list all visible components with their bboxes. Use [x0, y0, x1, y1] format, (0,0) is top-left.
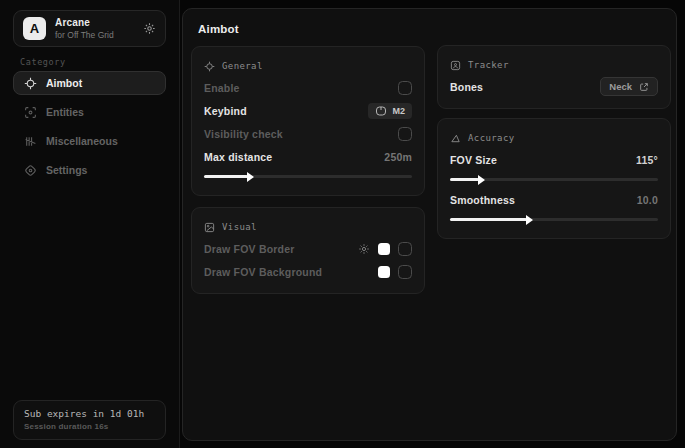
mouse-icon: [375, 106, 387, 116]
left-column: General Enable Keybind M2 Visib: [191, 46, 425, 294]
expand-icon: [639, 82, 649, 92]
panel-title: Visual: [222, 222, 257, 232]
visibility-check-checkbox[interactable]: [398, 127, 412, 141]
accuracy-panel-header: Accuracy: [450, 128, 658, 148]
fov-background-color-swatch[interactable]: [378, 266, 390, 278]
category-label: Category: [20, 57, 66, 67]
angle-triangle-icon: [450, 133, 461, 144]
sidebar: A Arcane for Off The Grid Category Aimbo…: [0, 0, 180, 448]
sidebar-item-entities[interactable]: Entities: [13, 100, 166, 124]
smoothness-label: Smoothness: [450, 194, 515, 206]
draw-fov-background-checkbox[interactable]: [398, 265, 412, 279]
visual-panel-header: Visual: [204, 217, 412, 237]
scan-eye-icon: [24, 106, 37, 119]
visibility-check-label: Visibility check: [204, 128, 283, 140]
sidebar-item-label: Entities: [46, 106, 84, 118]
smoothness-slider[interactable]: [450, 218, 658, 221]
draw-fov-border-label: Draw FOV Border: [204, 243, 295, 255]
gear-icon[interactable]: [143, 22, 156, 35]
enable-label: Enable: [204, 82, 240, 94]
session-duration-text: Session duration 16s: [24, 422, 155, 431]
sidebar-item-label: Settings: [46, 164, 87, 176]
draw-fov-background-row: Draw FOV Background: [204, 260, 412, 283]
right-column: Tracker Bones Neck: [437, 45, 671, 239]
enable-row: Enable: [204, 76, 412, 99]
visibility-check-row: Visibility check: [204, 122, 412, 145]
slider-fill: [450, 218, 527, 221]
draw-fov-border-row: Draw FOV Border: [204, 237, 412, 260]
slider-fill: [450, 178, 479, 181]
settings-icon: [24, 164, 37, 177]
sidebar-item-label: Miscellaneous: [46, 135, 118, 147]
app-titles: Arcane for Off The Grid: [55, 17, 114, 40]
draw-fov-background-label: Draw FOV Background: [204, 266, 322, 278]
accuracy-panel: Accuracy FOV Size 115° Smoothness 10.0: [437, 118, 671, 239]
bones-value: Neck: [609, 81, 632, 92]
crosshair-icon: [204, 61, 215, 72]
image-icon: [204, 222, 215, 233]
tracker-panel-header: Tracker: [450, 55, 658, 75]
app-name: Arcane: [55, 17, 114, 28]
keybind-value: M2: [392, 106, 405, 116]
smoothness-value: 10.0: [637, 194, 658, 206]
keybind-label: Keybind: [204, 105, 247, 117]
app-logo-card: A Arcane for Off The Grid: [13, 10, 166, 47]
fov-size-value: 115°: [636, 154, 658, 166]
gear-icon[interactable]: [358, 243, 370, 255]
panel-title: Accuracy: [468, 133, 515, 143]
app-subtitle: for Off The Grid: [55, 30, 114, 40]
tally-grid-icon: [24, 135, 37, 148]
crosshair-icon: [24, 77, 37, 90]
sidebar-item-miscellaneous[interactable]: Miscellaneous: [13, 129, 166, 153]
keybind-row: Keybind M2: [204, 99, 412, 122]
panel-title: General: [222, 61, 263, 71]
general-panel-header: General: [204, 56, 412, 76]
slider-fill: [204, 175, 248, 178]
fov-size-slider[interactable]: [450, 178, 658, 181]
general-panel: General Enable Keybind M2 Visib: [191, 46, 425, 196]
sub-expiry-text: Sub expires in 1d 01h: [24, 408, 155, 419]
page-title: Aimbot: [198, 23, 239, 35]
person-target-icon: [450, 60, 461, 71]
bones-select[interactable]: Neck: [600, 77, 658, 96]
bones-label: Bones: [450, 81, 483, 93]
panel-title: Tracker: [468, 60, 509, 70]
max-distance-value: 250m: [384, 151, 412, 163]
main-panel: Aimbot General Enable Keybind: [182, 8, 677, 441]
fov-border-color-swatch[interactable]: [378, 243, 390, 255]
fov-size-label: FOV Size: [450, 154, 497, 166]
keybind-badge[interactable]: M2: [368, 103, 412, 119]
app-logo: A: [23, 17, 46, 40]
max-distance-label: Max distance: [204, 151, 272, 163]
draw-fov-border-checkbox[interactable]: [398, 242, 412, 256]
draw-fov-border-controls: [358, 242, 412, 256]
visual-panel: Visual Draw FOV Border Draw FOV Back: [191, 207, 425, 294]
draw-fov-background-controls: [378, 265, 412, 279]
max-distance-row: Max distance 250m: [204, 145, 412, 168]
bones-row: Bones Neck: [450, 75, 658, 98]
tracker-panel: Tracker Bones Neck: [437, 45, 671, 109]
sidebar-item-aimbot[interactable]: Aimbot: [13, 71, 166, 95]
fov-size-row: FOV Size 115°: [450, 148, 658, 171]
max-distance-slider[interactable]: [204, 175, 412, 178]
enable-checkbox[interactable]: [398, 81, 412, 95]
sidebar-nav: Aimbot Entities Miscellaneous: [13, 71, 166, 182]
sidebar-item-label: Aimbot: [46, 77, 82, 89]
smoothness-row: Smoothness 10.0: [450, 188, 658, 211]
sidebar-item-settings[interactable]: Settings: [13, 158, 166, 182]
subscription-card: Sub expires in 1d 01h Session duration 1…: [13, 400, 166, 440]
